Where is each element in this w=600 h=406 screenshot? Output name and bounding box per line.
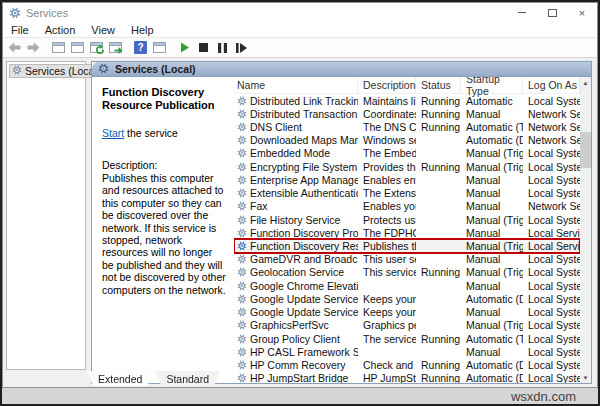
- service-status-cell: Running: [416, 359, 461, 371]
- scrollbar-track[interactable]: [580, 88, 591, 372]
- service-logon-cell: Network Se...: [523, 121, 580, 133]
- table-row[interactable]: Distributed Transaction Coor...Coordinat…: [234, 107, 580, 120]
- service-name-cell: DNS Client: [234, 121, 358, 133]
- service-startup-cell: Manual: [461, 280, 523, 292]
- tab-standard[interactable]: Standard: [155, 371, 220, 386]
- column-header-name[interactable]: Name: [234, 77, 358, 93]
- service-logon-cell: Local System: [523, 95, 580, 107]
- table-row[interactable]: Distributed Link Tracking Cli...Maintain…: [234, 94, 580, 107]
- back-icon[interactable]: [5, 39, 24, 57]
- service-logon-cell: Network Se...: [523, 134, 580, 146]
- tab-extended[interactable]: Extended: [87, 371, 153, 386]
- description-label: Description:: [102, 159, 226, 171]
- table-row[interactable]: Google Update Service (gup...Keeps your …: [234, 292, 580, 305]
- table-row[interactable]: Extensible Authentication Pr...The Exten…: [234, 187, 580, 200]
- menu-action[interactable]: Action: [37, 22, 84, 37]
- service-startup-cell: Manual (Trigg...: [461, 240, 523, 252]
- column-header-log-on-as[interactable]: Log On As: [523, 77, 580, 93]
- tree-item-services-local[interactable]: Services (Local): [9, 64, 103, 78]
- column-header-startup-type[interactable]: Startup Type: [461, 77, 523, 93]
- watermark-strip: wsxdn.com: [2, 388, 598, 404]
- service-description-cell: Maintains li...: [358, 95, 416, 107]
- table-row[interactable]: FaxEnables you ...ManualNetwork Se...: [234, 200, 580, 213]
- table-row[interactable]: HP JumpStart BridgeHP JumpStar...Running…: [234, 372, 580, 383]
- service-logon-cell: Local System: [523, 280, 580, 292]
- window-title: Services: [26, 7, 507, 19]
- start-service-link[interactable]: Start: [102, 127, 124, 139]
- start-service-suffix: the service: [124, 127, 178, 139]
- service-startup-cell: Manual (Trigg...: [461, 319, 523, 331]
- table-row[interactable]: Geolocation ServiceThis service ...Runni…: [234, 266, 580, 279]
- vertical-scrollbar[interactable]: ▲ ▼: [580, 77, 591, 383]
- service-name-cell: Function Discovery Provider ...: [234, 227, 358, 239]
- pane-header-title: Services (Local): [115, 63, 196, 75]
- service-startup-cell: Manual (Trigg...: [461, 147, 523, 159]
- service-name-cell: Distributed Link Tracking Cli...: [234, 95, 358, 107]
- service-logon-cell: Local System: [523, 359, 580, 371]
- console-tree-panel: Services (Local): [6, 61, 86, 370]
- service-startup-cell: Manual (Trigg...: [461, 161, 523, 173]
- service-description-cell: Provides the...: [358, 161, 416, 173]
- table-row[interactable]: Google Update Service (gup...Keeps your …: [234, 306, 580, 319]
- restart-service-icon[interactable]: [232, 39, 251, 57]
- stop-service-icon[interactable]: [194, 39, 213, 57]
- table-row[interactable]: Encrypting File System (EFS)Provides the…: [234, 160, 580, 173]
- start-service-icon[interactable]: [175, 39, 194, 57]
- table-row[interactable]: Downloaded Maps ManagerWindows ser...Aut…: [234, 134, 580, 147]
- scrollbar-thumb[interactable]: [580, 132, 591, 168]
- table-row[interactable]: GameDVR and Broadcast Us...This user ser…: [234, 253, 580, 266]
- service-name-cell: Google Update Service (gup...: [234, 293, 358, 305]
- table-row[interactable]: HP CASL Framework ServiceManualLocal Sys…: [234, 345, 580, 358]
- refresh-icon[interactable]: [87, 39, 106, 57]
- service-name-cell: Embedded Mode: [234, 147, 358, 159]
- service-description-cell: HP JumpStar...: [358, 372, 416, 383]
- table-row[interactable]: Google Chrome Elevation Se...ManualLocal…: [234, 279, 580, 292]
- service-startup-cell: Automatic (Tri...: [461, 121, 523, 133]
- services-node-icon: [12, 65, 22, 77]
- window-controls: ×: [507, 3, 597, 22]
- action-pane-icon[interactable]: [150, 39, 169, 57]
- column-header-status[interactable]: Status: [416, 77, 461, 93]
- maximize-button[interactable]: [537, 3, 567, 22]
- table-row[interactable]: GraphicsPerfSvcGraphics per...Manual (Tr…: [234, 319, 580, 332]
- properties-icon[interactable]: [68, 39, 87, 57]
- service-description-cell: Coordinates ...: [358, 108, 416, 120]
- table-row-selected[interactable]: Function Discovery Resourc...Publishes t…: [234, 239, 580, 252]
- help-icon[interactable]: ?: [131, 39, 150, 57]
- table-row[interactable]: DNS ClientThe DNS Cli...RunningAutomatic…: [234, 120, 580, 133]
- pause-service-icon[interactable]: [213, 39, 232, 57]
- table-row[interactable]: Enterprise App Managemen...Enables ente.…: [234, 173, 580, 186]
- forward-icon[interactable]: [24, 39, 43, 57]
- service-description-cell: Enables ente...: [358, 174, 416, 186]
- menu-file[interactable]: File: [3, 22, 37, 37]
- pane-body: Function Discovery Resource Publication …: [92, 77, 591, 383]
- column-header-description[interactable]: Description: [358, 77, 416, 93]
- show-console-tree-icon[interactable]: [49, 39, 68, 57]
- service-status-cell: Running: [416, 161, 461, 173]
- service-name-cell: Group Policy Client: [234, 333, 358, 345]
- table-row[interactable]: Embedded ModeThe Embedd...Manual (Trigg.…: [234, 147, 580, 160]
- service-description-cell: The Embedd...: [358, 147, 416, 159]
- service-status-cell: Running: [416, 95, 461, 107]
- menu-view[interactable]: View: [83, 22, 123, 37]
- maximize-icon: [548, 9, 557, 17]
- services-app-icon: [9, 7, 21, 19]
- service-startup-cell: Automatic (De...: [461, 293, 523, 305]
- table-row[interactable]: Function Discovery Provider ...The FDPHO…: [234, 226, 580, 239]
- watermark-text: wsxdn.com: [511, 389, 576, 404]
- scroll-down-icon[interactable]: ▼: [580, 372, 591, 383]
- service-name-cell: GameDVR and Broadcast Us...: [234, 253, 358, 265]
- service-description-cell: Check and r...: [358, 359, 416, 371]
- service-description-cell: The Extensib...: [358, 187, 416, 199]
- minimize-button[interactable]: [507, 3, 537, 22]
- menu-help[interactable]: Help: [123, 22, 162, 37]
- scroll-up-icon[interactable]: ▲: [580, 77, 591, 88]
- export-list-icon[interactable]: [106, 39, 125, 57]
- service-startup-cell: Automatic (Tri...: [461, 333, 523, 345]
- service-logon-cell: Local System: [523, 319, 580, 331]
- close-button[interactable]: ×: [567, 3, 597, 22]
- table-row[interactable]: File History ServiceProtects user...Manu…: [234, 213, 580, 226]
- table-row[interactable]: Group Policy ClientThe service i...Runni…: [234, 332, 580, 345]
- service-name-cell: GraphicsPerfSvc: [234, 319, 358, 331]
- table-row[interactable]: HP Comm RecoveryCheck and r...RunningAut…: [234, 358, 580, 371]
